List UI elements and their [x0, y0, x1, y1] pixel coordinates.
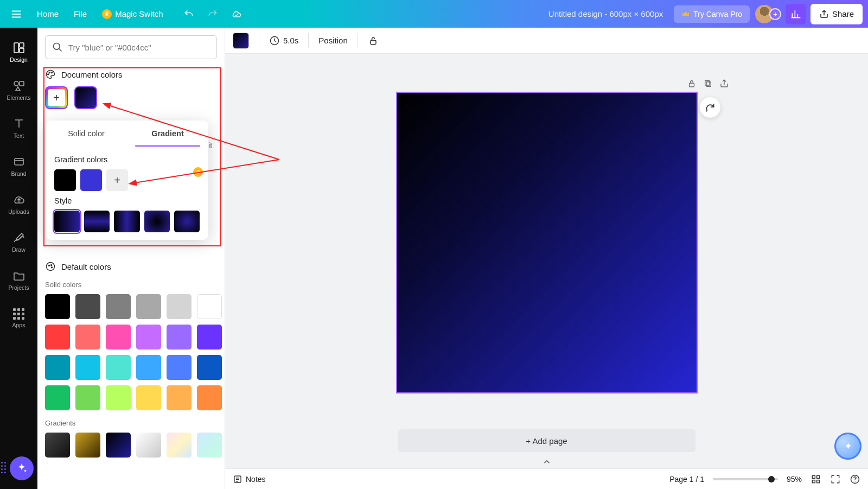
expand-timeline-button[interactable] — [536, 456, 558, 467]
solid-swatch[interactable] — [75, 294, 100, 319]
style-label: Style — [54, 196, 200, 205]
bottom-bar: Notes Page 1 / 1 95% — [225, 468, 868, 489]
add-member-button[interactable]: + — [769, 8, 781, 20]
page-indicator[interactable]: Page 1 / 1 — [669, 475, 704, 484]
rail-projects[interactable]: Projects — [0, 262, 37, 298]
insights-button[interactable] — [786, 4, 806, 24]
color-panel: Document colors + Default colors Solid c… — [37, 28, 225, 489]
gradient-style-option[interactable] — [174, 211, 200, 232]
document-color-swatches: + — [45, 86, 217, 109]
solid-swatch[interactable] — [167, 325, 192, 350]
search-input[interactable] — [68, 43, 210, 52]
doc-gradient-swatch[interactable] — [74, 86, 97, 109]
gradient-style-option[interactable] — [144, 211, 170, 232]
apps-icon — [13, 308, 24, 320]
gradient-swatch[interactable] — [197, 433, 222, 458]
solid-swatch[interactable] — [45, 325, 70, 350]
solid-swatch[interactable] — [197, 355, 222, 380]
undo-button[interactable] — [178, 4, 199, 24]
solid-swatch[interactable] — [167, 355, 192, 380]
solid-swatch[interactable] — [45, 355, 70, 380]
solid-swatch[interactable] — [197, 385, 222, 410]
side-rail: Design Elements Text Brand Uploads Draw … — [0, 28, 37, 489]
rail-apps[interactable]: Apps — [0, 300, 37, 336]
gradient-style-option[interactable] — [114, 211, 139, 232]
artboard[interactable] — [397, 93, 697, 392]
divider — [308, 33, 309, 48]
solid-swatch[interactable] — [106, 385, 131, 410]
svg-point-13 — [52, 267, 53, 268]
svg-point-9 — [52, 72, 53, 73]
solid-swatch[interactable] — [106, 325, 131, 350]
gradient-swatch[interactable] — [167, 433, 192, 458]
rail-design[interactable]: Design — [0, 34, 37, 70]
gradient-swatch[interactable] — [45, 433, 70, 458]
grid-view-icon[interactable] — [810, 474, 821, 485]
solid-swatch[interactable] — [136, 294, 161, 319]
rail-uploads[interactable]: Uploads — [0, 186, 37, 222]
gradient-style-option[interactable] — [54, 211, 80, 232]
solid-swatch[interactable] — [197, 325, 222, 350]
export-page-icon[interactable] — [719, 79, 729, 88]
solid-swatch[interactable] — [106, 355, 131, 380]
assistant-icon: ✦ — [844, 440, 852, 452]
regenerate-button[interactable] — [700, 97, 720, 118]
solid-swatch[interactable] — [45, 294, 70, 319]
rail-brand[interactable]: Brand — [0, 148, 37, 184]
rail-elements[interactable]: Elements — [0, 72, 37, 108]
home-link[interactable]: Home — [31, 6, 64, 22]
lock-button[interactable] — [368, 35, 379, 46]
solid-swatch[interactable] — [136, 385, 161, 410]
duration-button[interactable]: 5.0s — [269, 35, 298, 46]
palette-icon — [45, 261, 56, 272]
solid-swatch[interactable] — [75, 325, 100, 350]
zoom-knob[interactable] — [768, 476, 775, 482]
solid-swatch[interactable] — [167, 385, 192, 410]
tab-gradient[interactable]: Gradient — [127, 120, 208, 147]
solid-swatch[interactable] — [75, 355, 100, 380]
solid-swatch[interactable] — [197, 294, 222, 319]
magic-fab-button[interactable] — [10, 456, 34, 480]
svg-rect-25 — [817, 480, 820, 482]
assistant-button[interactable]: ✦ — [834, 433, 861, 460]
solid-swatch[interactable] — [167, 294, 192, 319]
zoom-slider[interactable] — [713, 478, 778, 480]
solid-swatch[interactable] — [136, 355, 161, 380]
svg-rect-23 — [817, 475, 820, 478]
solid-swatch[interactable] — [136, 325, 161, 350]
cloud-sync-icon[interactable] — [226, 4, 247, 24]
file-link[interactable]: File — [68, 6, 92, 22]
gradient-stop-1[interactable] — [54, 169, 76, 191]
background-color-chip[interactable] — [233, 33, 249, 49]
menu-button[interactable] — [5, 3, 27, 25]
document-title[interactable]: Untitled design - 600px × 600px — [548, 9, 663, 18]
share-button[interactable]: Share — [810, 4, 863, 24]
redo-button[interactable] — [202, 4, 223, 24]
add-color-swatch[interactable]: + — [45, 86, 68, 109]
notes-button[interactable]: Notes — [233, 474, 266, 484]
zoom-value[interactable]: 95% — [787, 475, 802, 484]
gradient-stop-2[interactable] — [80, 169, 102, 191]
position-button[interactable]: Position — [318, 36, 347, 45]
solid-swatch[interactable] — [45, 385, 70, 410]
pro-badge-icon: ♛ — [193, 167, 203, 177]
rail-draw[interactable]: Draw — [0, 224, 37, 260]
add-gradient-stop[interactable]: + — [106, 169, 128, 191]
magic-switch-link[interactable]: ♛ Magic Switch — [97, 6, 168, 22]
tab-solid-color[interactable]: Solid color — [46, 120, 127, 147]
lock-page-icon[interactable] — [687, 79, 697, 88]
solid-swatch[interactable] — [106, 294, 131, 319]
color-search[interactable] — [45, 35, 217, 59]
gradient-swatch[interactable] — [136, 433, 161, 458]
gradient-swatch[interactable] — [106, 433, 131, 458]
try-pro-button[interactable]: Try Canva Pro — [674, 5, 750, 23]
help-icon[interactable] — [850, 474, 860, 485]
add-page-button[interactable]: + Add page — [398, 429, 695, 452]
fullscreen-icon[interactable] — [830, 474, 841, 485]
gradient-style-option[interactable] — [84, 211, 110, 232]
color-picker-popup: Solid color Gradient ♛ Gradient colors +… — [46, 120, 208, 240]
rail-text[interactable]: Text — [0, 110, 37, 146]
solid-swatch[interactable] — [75, 385, 100, 410]
duplicate-page-icon[interactable] — [703, 79, 713, 88]
gradient-swatch[interactable] — [75, 433, 100, 458]
